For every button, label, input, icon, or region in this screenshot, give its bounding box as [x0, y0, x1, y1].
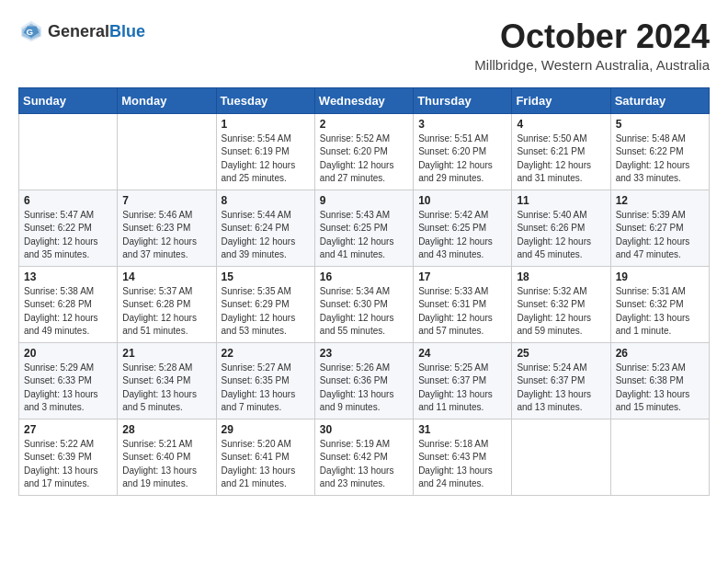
cell-line: Sunrise: 5:54 AM [222, 132, 310, 146]
cell-line: Sunrise: 5:47 AM [24, 209, 112, 223]
cell-line: Sunrise: 5:33 AM [418, 285, 506, 299]
day-number: 2 [320, 118, 408, 131]
cell-line: Daylight: 13 hours and 13 minutes. [517, 388, 605, 415]
cell-line: Sunset: 6:32 PM [616, 298, 704, 312]
cell-line: Sunset: 6:43 PM [418, 451, 506, 465]
day-number: 6 [24, 194, 112, 207]
cell-line: Sunrise: 5:20 AM [222, 438, 310, 452]
calendar-cell: 31Sunrise: 5:18 AMSunset: 6:43 PMDayligh… [414, 419, 512, 495]
cell-line: Sunrise: 5:32 AM [517, 285, 605, 299]
cell-line: Sunrise: 5:22 AM [24, 438, 112, 452]
cell-line: Daylight: 12 hours and 25 minutes. [222, 159, 310, 186]
calendar-cell: 18Sunrise: 5:32 AMSunset: 6:32 PMDayligh… [512, 266, 610, 342]
cell-line: Daylight: 13 hours and 23 minutes. [320, 465, 408, 491]
title-area: October 2024 Millbridge, Western Austral… [474, 18, 710, 73]
cell-content: Sunrise: 5:19 AMSunset: 6:42 PMDaylight:… [320, 438, 408, 491]
cell-line: Sunset: 6:35 PM [222, 374, 310, 388]
cell-line: Daylight: 12 hours and 47 minutes. [616, 236, 704, 262]
cell-line: Sunset: 6:22 PM [616, 145, 704, 159]
day-number: 31 [418, 423, 506, 436]
cell-content: Sunrise: 5:42 AMSunset: 6:25 PMDaylight:… [418, 209, 506, 262]
cell-content: Sunrise: 5:34 AMSunset: 6:30 PMDaylight:… [320, 285, 408, 339]
calendar-cell: 2Sunrise: 5:52 AMSunset: 6:20 PMDaylight… [314, 113, 413, 190]
calendar-cell: 21Sunrise: 5:28 AMSunset: 6:34 PMDayligh… [118, 342, 216, 419]
day-number: 1 [222, 118, 310, 131]
svg-text:G: G [26, 27, 33, 37]
day-number: 17 [418, 270, 506, 283]
day-number: 4 [517, 118, 605, 131]
cell-line: Daylight: 12 hours and 53 minutes. [222, 312, 310, 339]
cell-line: Daylight: 12 hours and 43 minutes. [418, 236, 506, 262]
cell-content: Sunrise: 5:32 AMSunset: 6:32 PMDaylight:… [517, 285, 605, 339]
calendar-cell: 19Sunrise: 5:31 AMSunset: 6:32 PMDayligh… [610, 266, 709, 342]
location-title: Millbridge, Western Australia, Australia [474, 57, 710, 73]
day-number: 9 [320, 194, 408, 207]
column-header-tuesday: Tuesday [216, 87, 314, 113]
cell-line: Daylight: 13 hours and 24 minutes. [418, 465, 506, 491]
day-number: 13 [24, 270, 112, 283]
calendar-cell: 29Sunrise: 5:20 AMSunset: 6:41 PMDayligh… [216, 419, 314, 495]
cell-line: Sunrise: 5:27 AM [222, 362, 310, 375]
cell-line: Sunset: 6:26 PM [517, 222, 605, 236]
calendar-week-row: 1Sunrise: 5:54 AMSunset: 6:19 PMDaylight… [19, 113, 710, 190]
column-header-wednesday: Wednesday [314, 87, 413, 113]
day-number: 28 [122, 423, 210, 436]
calendar-cell [512, 419, 610, 495]
calendar-cell [118, 113, 216, 190]
calendar-week-row: 13Sunrise: 5:38 AMSunset: 6:28 PMDayligh… [19, 266, 710, 342]
column-header-monday: Monday [118, 87, 216, 113]
day-number: 16 [320, 270, 408, 283]
cell-content: Sunrise: 5:33 AMSunset: 6:31 PMDaylight:… [418, 285, 506, 339]
cell-line: Sunrise: 5:51 AM [418, 132, 506, 146]
cell-line: Sunrise: 5:28 AM [122, 362, 210, 375]
calendar-cell: 25Sunrise: 5:24 AMSunset: 6:37 PMDayligh… [512, 342, 610, 419]
cell-line: Daylight: 13 hours and 15 minutes. [616, 388, 704, 415]
cell-content: Sunrise: 5:43 AMSunset: 6:25 PMDaylight:… [320, 209, 408, 262]
day-number: 30 [320, 423, 408, 436]
cell-line: Sunset: 6:19 PM [222, 145, 310, 159]
day-number: 23 [320, 347, 408, 360]
cell-line: Sunset: 6:23 PM [122, 222, 210, 236]
day-number: 11 [517, 194, 605, 207]
cell-line: Sunset: 6:34 PM [122, 374, 210, 388]
calendar-cell: 30Sunrise: 5:19 AMSunset: 6:42 PMDayligh… [314, 419, 413, 495]
cell-line: Daylight: 12 hours and 57 minutes. [418, 312, 506, 339]
calendar-cell: 6Sunrise: 5:47 AMSunset: 6:22 PMDaylight… [19, 190, 118, 266]
logo: G GeneralBlue [18, 18, 145, 44]
cell-line: Daylight: 12 hours and 29 minutes. [418, 159, 506, 186]
calendar-cell: 13Sunrise: 5:38 AMSunset: 6:28 PMDayligh… [19, 266, 118, 342]
calendar-cell: 11Sunrise: 5:40 AMSunset: 6:26 PMDayligh… [512, 190, 610, 266]
day-number: 12 [616, 194, 704, 207]
day-number: 22 [222, 347, 310, 360]
cell-line: Sunset: 6:28 PM [24, 298, 112, 312]
calendar-week-row: 20Sunrise: 5:29 AMSunset: 6:33 PMDayligh… [19, 342, 710, 419]
cell-line: Sunrise: 5:29 AM [24, 362, 112, 375]
cell-line: Sunset: 6:22 PM [24, 222, 112, 236]
cell-line: Sunrise: 5:23 AM [616, 362, 704, 375]
cell-line: Sunset: 6:39 PM [24, 451, 112, 465]
cell-content: Sunrise: 5:37 AMSunset: 6:28 PMDaylight:… [122, 285, 210, 339]
cell-line: Sunset: 6:30 PM [320, 298, 408, 312]
calendar-cell: 24Sunrise: 5:25 AMSunset: 6:37 PMDayligh… [414, 342, 512, 419]
cell-line: Daylight: 13 hours and 7 minutes. [222, 388, 310, 415]
cell-content: Sunrise: 5:50 AMSunset: 6:21 PMDaylight:… [517, 132, 605, 186]
cell-line: Daylight: 12 hours and 49 minutes. [24, 312, 112, 339]
cell-line: Daylight: 13 hours and 11 minutes. [418, 388, 506, 415]
cell-line: Sunset: 6:41 PM [222, 451, 310, 465]
day-number: 25 [517, 347, 605, 360]
cell-line: Daylight: 12 hours and 41 minutes. [320, 236, 408, 262]
cell-content: Sunrise: 5:29 AMSunset: 6:33 PMDaylight:… [24, 362, 112, 415]
cell-content: Sunrise: 5:26 AMSunset: 6:36 PMDaylight:… [320, 362, 408, 415]
cell-content: Sunrise: 5:39 AMSunset: 6:27 PMDaylight:… [616, 209, 704, 262]
calendar-cell: 16Sunrise: 5:34 AMSunset: 6:30 PMDayligh… [314, 266, 413, 342]
calendar-cell [19, 113, 118, 190]
calendar-cell: 1Sunrise: 5:54 AMSunset: 6:19 PMDaylight… [216, 113, 314, 190]
cell-line: Daylight: 12 hours and 55 minutes. [320, 312, 408, 339]
cell-line: Sunrise: 5:39 AM [616, 209, 704, 223]
day-number: 21 [122, 347, 210, 360]
cell-content: Sunrise: 5:20 AMSunset: 6:41 PMDaylight:… [222, 438, 310, 491]
cell-line: Daylight: 12 hours and 27 minutes. [320, 159, 408, 186]
cell-line: Sunset: 6:25 PM [418, 222, 506, 236]
cell-line: Sunrise: 5:42 AM [418, 209, 506, 223]
day-number: 8 [222, 194, 310, 207]
